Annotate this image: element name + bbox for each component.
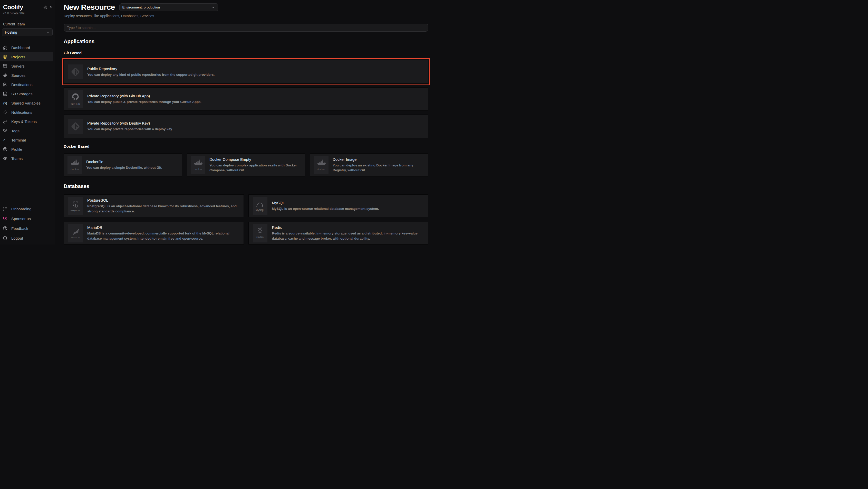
app-version: v4.0.0-beta.399 [0,11,55,15]
card-title: Docker Compose Empty [210,157,301,162]
card-description: PostgreSQL is an object-relational datab… [87,204,240,214]
mariadb-icon: MariaDB [68,224,83,242]
docker-wordmark: docker [194,168,202,171]
card-title: Dockerfile [86,160,162,164]
git-based-heading: Git Based [64,51,428,55]
card-private-repository-github-app[interactable]: GitHub Private Repository (with GitHub A… [64,87,428,111]
card-postgresql[interactable]: PostgreSQL PostgreSQL PostgreSQL is an o… [64,194,244,217]
card-title: Docker Image [333,157,425,162]
users-icon [3,156,8,161]
heart-handshake-icon [3,216,8,221]
layers-icon [3,54,8,59]
git-icon [68,119,83,134]
sidebar-item-keys-tokens[interactable]: Keys & Tokens [0,117,53,126]
redis-icon: redis [253,224,268,242]
database-cards: PostgreSQL PostgreSQL PostgreSQL is an o… [64,194,428,244]
sidebar-item-servers[interactable]: Servers [0,61,53,70]
terminal-icon: >_ [3,137,8,143]
home-icon [3,45,8,50]
mariadb-wordmark: MariaDB [71,236,80,239]
help-circle-icon [3,226,8,231]
git-based-cards: Public Repository You can deploy any kin… [64,60,428,138]
card-private-repository-deploy-key[interactable]: Private Repository (with Deploy Key) You… [64,115,428,138]
sidebar-item-onboarding[interactable]: Onboarding [0,204,53,214]
sidebar: Coolify v4.0.0-beta.399 Current Team Hos… [0,0,55,244]
card-public-repository[interactable]: Public Repository You can deploy any kin… [64,60,428,84]
sidebar-item-projects[interactable]: Projects [0,52,53,61]
docker-based-cards: docker Dockerfile You can deploy a simpl… [64,153,428,176]
logout-icon [3,235,8,241]
github-wordmark: GitHub [70,103,80,106]
main-content: New Resource Environment: production Dep… [55,0,434,244]
environment-select[interactable]: Environment: production [119,3,218,11]
database-icon [3,91,8,96]
brand-row: Coolify [0,0,55,11]
docker-icon: docker [314,156,329,174]
card-mariadb[interactable]: MariaDB MariaDB MariaDB is a community-d… [64,222,244,244]
sidebar-item-destinations[interactable]: Destinations [0,80,53,89]
sidebar-item-s3-storages[interactable]: S3 Storages [0,89,53,98]
server-icon [3,63,8,68]
card-description: You can deploy complex application easil… [210,163,301,173]
sidebar-item-profile[interactable]: Profile [0,145,53,154]
postgresql-wordmark: PostgreSQL [70,210,81,212]
unfold-chevrons-icon[interactable] [49,5,52,9]
mysql-wordmark: MySQL [256,209,265,212]
key-icon [3,119,8,124]
card-mysql[interactable]: MySQL MySQL MySQL is an open-source rela… [248,194,429,217]
bell-icon [3,110,8,115]
docker-icon: docker [67,156,82,174]
docker-wordmark: docker [317,168,326,171]
card-description: You can deploy an existing Docker Image … [333,163,425,173]
card-description: You can deploy public & private reposito… [87,99,202,105]
sidebar-nav: Dashboard Projects Servers Sources Desti… [0,43,55,163]
team-select[interactable]: Hosting [2,28,53,36]
sidebar-item-shared-variables[interactable]: (x) Shared Variables [0,98,53,108]
card-dockerfile[interactable]: docker Dockerfile You can deploy a simpl… [64,153,182,176]
card-redis[interactable]: redis Redis Redis is a source-available,… [248,222,429,244]
git-icon [68,64,83,79]
card-title: Public Repository [87,66,215,71]
sidebar-item-terminal[interactable]: >_ Terminal [0,135,53,145]
page-subtitle: Deploy resources, like Applications, Dat… [64,14,428,18]
team-select-value: Hosting [5,30,17,34]
card-title: MySQL [272,201,379,205]
card-docker-compose-empty[interactable]: docker Docker Compose Empty You can depl… [187,153,305,176]
databases-heading: Databases [64,183,428,189]
applications-heading: Applications [64,38,428,45]
card-title: Redis [272,225,424,230]
card-description: You can deploy a simple Dockerfile, with… [86,165,162,170]
git-source-icon [3,73,8,78]
chevron-down-icon [211,5,215,9]
page-title: New Resource [64,3,115,11]
sidebar-item-sponsor-us[interactable]: Sponsor us [0,214,53,224]
user-circle-icon [3,147,8,152]
environment-select-value: Environment: production [122,5,160,9]
card-description: Redis is a source-available, in-memory s… [272,231,424,241]
card-description: MariaDB is a community-developed, commer… [87,231,240,241]
sidebar-item-notifications[interactable]: Notifications [0,108,53,117]
sidebar-item-logout[interactable]: Logout [0,233,53,243]
card-title: MariaDB [87,225,240,230]
sidebar-item-feedback[interactable]: Feedback [0,224,53,233]
card-description: You can deploy private repositories with… [87,126,173,132]
sidebar-item-tags[interactable]: Tags [0,126,53,135]
sidebar-item-sources[interactable]: Sources [0,70,53,80]
postgresql-icon: PostgreSQL [68,197,83,215]
sidebar-item-teams[interactable]: Teams [0,154,53,163]
docker-wordmark: docker [70,168,79,171]
search-input[interactable] [67,26,425,30]
list-checks-icon [3,206,8,211]
chevron-down-icon [46,31,50,34]
sidebar-item-dashboard[interactable]: Dashboard [0,43,53,52]
github-icon: GitHub [68,90,83,108]
variable-icon: (x) [3,100,8,106]
card-title: Private Repository (with Deploy Key) [87,121,173,125]
sidebar-footer: Onboarding Sponsor us Feedback Logout [0,204,55,244]
docker-based-heading: Docker Based [64,144,428,148]
current-team-label: Current Team [0,22,55,26]
page-header: New Resource Environment: production [64,3,428,11]
theme-toggle-sun-icon[interactable] [43,5,48,9]
card-docker-image[interactable]: docker Docker Image You can deploy an ex… [310,153,428,176]
search-box [64,24,428,32]
